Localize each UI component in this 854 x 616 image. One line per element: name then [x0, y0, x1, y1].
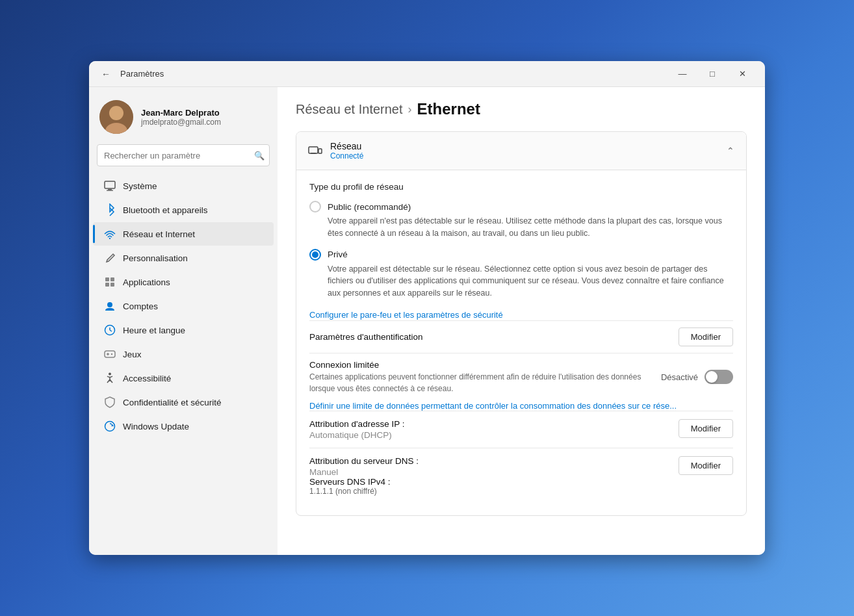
connexion-limitee-row: Connexion limitée Certaines applications… [309, 353, 733, 401]
nav-menu: Système Bluetooth et appareils Réseau et… [89, 174, 278, 438]
avatar [99, 100, 133, 134]
dns-ipv4-value: 1.1.1.1 (non chiffré) [309, 487, 672, 496]
sidebar-item-bluetooth[interactable]: Bluetooth et appareils [93, 198, 274, 222]
heure-icon [103, 324, 116, 337]
toggle-wrap: Désactivé [661, 370, 733, 384]
radio-public-desc: Votre appareil n'est pas détectable sur … [328, 215, 733, 240]
svg-rect-3 [105, 181, 115, 188]
toggle-label: Désactivé [661, 372, 698, 382]
sidebar-item-heure[interactable]: Heure et langue [93, 318, 274, 342]
sidebar-label-windows-update: Windows Update [123, 422, 263, 431]
auth-settings-button[interactable]: Modifier [679, 327, 733, 346]
user-name: Jean-Marc Delprato [141, 108, 267, 118]
sidebar-label-reseau: Réseau et Internet [123, 229, 263, 239]
title-bar: ← Paramètres — □ ✕ [89, 61, 765, 87]
svg-point-11 [107, 302, 112, 307]
applications-icon [103, 276, 116, 289]
svg-rect-4 [108, 189, 112, 190]
svg-rect-8 [110, 277, 114, 281]
svg-point-1 [109, 106, 123, 120]
comptes-icon [103, 300, 116, 313]
window-controls: — □ ✕ [667, 64, 757, 84]
sidebar-label-systeme: Système [123, 181, 263, 191]
sidebar-item-applications[interactable]: Applications [93, 270, 274, 294]
dns-button[interactable]: Modifier [679, 456, 733, 475]
sidebar-item-windows-update[interactable]: Windows Update [93, 415, 274, 438]
sidebar-item-personnalisation[interactable]: Personnalisation [93, 246, 274, 270]
section-header[interactable]: Réseau Connecté ⌃ [296, 132, 746, 170]
radio-prive[interactable] [309, 249, 321, 261]
auth-settings-row: Paramètres d'authentification Modifier [309, 320, 733, 353]
sidebar-label-jeux: Jeux [123, 350, 263, 359]
auth-settings-info: Paramètres d'authentification [309, 332, 679, 342]
radio-row-public: Public (recommandé) [309, 201, 733, 212]
connexion-toggle[interactable] [705, 370, 733, 384]
connexion-limitee-title: Connexion limitée [309, 360, 661, 370]
accessibilite-icon [103, 372, 116, 385]
sidebar-item-confidentialite[interactable]: Confidentialité et sécurité [93, 391, 274, 414]
windows-update-icon [103, 420, 116, 433]
svg-rect-26 [311, 153, 316, 154]
svg-rect-7 [105, 277, 109, 281]
ip-address-value: Automatique (DHCP) [309, 430, 672, 440]
data-limit-link[interactable]: Définir une limite de données permettant… [309, 401, 699, 411]
radio-option-prive: Privé Votre appareil est détectable sur … [309, 249, 733, 300]
search-box: 🔍 [97, 144, 270, 166]
svg-rect-15 [105, 351, 115, 357]
dns-row: Attribution du serveur DNS : Manuel Serv… [309, 448, 733, 504]
breadcrumb-parent: Réseau et Internet [296, 102, 403, 117]
connexion-limitee-desc: Certaines applications peuvent fonctionn… [309, 371, 661, 394]
svg-point-6 [109, 238, 110, 239]
minimize-button[interactable]: — [667, 64, 697, 84]
sidebar-item-accessibilite[interactable]: Accessibilité [93, 366, 274, 390]
sidebar-item-systeme[interactable]: Système [93, 174, 274, 198]
radio-public[interactable] [309, 201, 321, 212]
radio-option-public: Public (recommandé) Votre appareil n'est… [309, 201, 733, 240]
ip-address-button[interactable]: Modifier [679, 419, 733, 438]
profile-type-title: Type du profil de réseau [309, 182, 733, 192]
search-input[interactable] [97, 144, 270, 166]
svg-rect-9 [105, 283, 109, 287]
breadcrumb-separator: › [408, 103, 412, 116]
reseau-icon [103, 227, 116, 240]
section-chevron-icon: ⌃ [727, 146, 734, 156]
user-profile: Jean-Marc Delprato jmdelprato@gmail.com [89, 95, 278, 144]
sidebar-item-comptes[interactable]: Comptes [93, 294, 274, 318]
svg-rect-25 [309, 147, 318, 153]
sidebar-label-heure: Heure et langue [123, 326, 263, 335]
main-content: Réseau et Internet › Ethernet Réseau Con… [278, 87, 765, 555]
ip-address-label: Attribution d'adresse IP : [309, 419, 672, 429]
dns-value: Manuel [309, 467, 672, 477]
svg-line-14 [110, 330, 112, 331]
radio-public-label: Public (recommandé) [328, 202, 411, 212]
confidentialite-icon [103, 396, 116, 409]
sidebar-label-confidentialite: Confidentialité et sécurité [123, 398, 263, 407]
sidebar-item-reseau[interactable]: Réseau et Internet [93, 222, 274, 246]
section-body: Type du profil de réseau Public (recomma… [296, 170, 746, 515]
radio-prive-label: Privé [328, 250, 348, 259]
sidebar-label-applications: Applications [123, 277, 263, 287]
systeme-icon [103, 179, 116, 192]
sidebar-label-accessibilite: Accessibilité [123, 374, 263, 383]
breadcrumb: Réseau et Internet › Ethernet [296, 100, 747, 118]
section-header-info: Réseau Connecté [330, 141, 727, 160]
close-button[interactable]: ✕ [727, 64, 757, 84]
sidebar-item-jeux[interactable]: Jeux [93, 342, 274, 366]
back-button[interactable]: ← [97, 65, 115, 83]
jeux-icon [103, 348, 116, 361]
maximize-button[interactable]: □ [697, 64, 727, 84]
search-icon: 🔍 [254, 151, 265, 160]
svg-rect-27 [318, 149, 322, 153]
bluetooth-icon [103, 203, 116, 216]
svg-point-18 [111, 353, 112, 355]
main-layout: Jean-Marc Delprato jmdelprato@gmail.com … [89, 87, 765, 555]
auth-settings-label: Paramètres d'authentification [309, 332, 679, 342]
firewall-link[interactable]: Configurer le pare-feu et les paramètres… [309, 310, 503, 320]
personnalisation-icon [103, 251, 116, 264]
sidebar-label-personnalisation: Personnalisation [123, 253, 263, 263]
sidebar: Jean-Marc Delprato jmdelprato@gmail.com … [89, 87, 278, 555]
network-section-card: Réseau Connecté ⌃ Type du profil de rése… [296, 131, 747, 516]
dns-info: Attribution du serveur DNS : Manuel Serv… [309, 456, 672, 496]
section-subtitle: Connecté [330, 151, 727, 160]
svg-point-19 [109, 373, 111, 376]
